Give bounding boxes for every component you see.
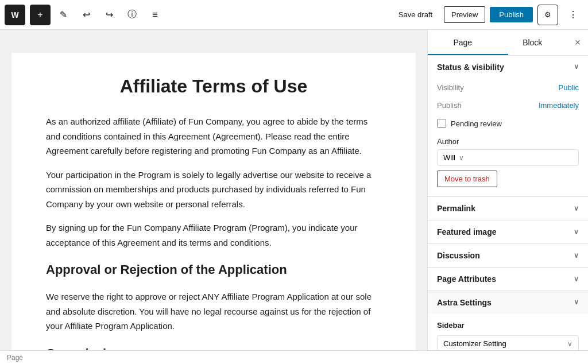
pencil-icon: ✎ xyxy=(60,9,67,20)
author-section: Author Will ∨ xyxy=(437,137,579,166)
section-discussion: Discussion ∨ xyxy=(428,244,588,268)
list-view-icon: ≡ xyxy=(152,10,157,20)
sidebar-select-value: Customizer Setting xyxy=(443,339,506,348)
paragraph-2[interactable]: Your participation in the Program is sol… xyxy=(46,168,381,212)
sidebar-setting-label: Sidebar xyxy=(428,314,588,332)
more-options-button[interactable]: ⋮ xyxy=(563,5,583,25)
paragraph-1[interactable]: As an authorized affiliate (Affiliate) o… xyxy=(46,114,381,158)
tab-page[interactable]: Page xyxy=(428,30,498,55)
undo-icon: ↩ xyxy=(83,9,90,20)
sidebar-select-chevron-icon: ∨ xyxy=(567,340,572,348)
author-chevron-icon: ∨ xyxy=(459,154,464,162)
undo-button[interactable]: ↩ xyxy=(76,5,96,25)
save-draft-button[interactable]: Save draft xyxy=(392,7,439,22)
status-visibility-header[interactable]: Status & visibility ∧ xyxy=(428,56,588,79)
editor-content: Affiliate Terms of Use As an authorized … xyxy=(11,53,416,350)
astra-settings-content: Sidebar Customizer Setting ∨ xyxy=(428,314,588,350)
status-bar-text: Page xyxy=(7,354,23,362)
info-icon: ⓘ xyxy=(127,9,137,21)
visibility-value[interactable]: Public xyxy=(559,83,579,92)
permalink-chevron-icon: ∨ xyxy=(574,204,579,212)
toolbar-left: W + ✎ ↩ ↪ ⓘ ≡ xyxy=(5,5,293,25)
move-to-trash-button[interactable]: Move to trash xyxy=(437,171,497,187)
discussion-chevron-icon: ∨ xyxy=(574,251,579,260)
section-astra-settings: Astra Settings ∧ Sidebar Customizer Sett… xyxy=(428,291,588,350)
more-icon: ⋮ xyxy=(568,9,578,20)
section-permalink: Permalink ∨ xyxy=(428,197,588,220)
sidebar-tabs: Page Block × xyxy=(428,30,588,56)
author-value: Will xyxy=(443,153,455,162)
settings-button[interactable]: ⚙ xyxy=(537,5,558,25)
page-attributes-title: Page Attributes xyxy=(437,274,496,284)
featured-image-title: Featured image xyxy=(437,227,496,237)
main-layout: Affiliate Terms of Use As an authorized … xyxy=(0,30,588,350)
plus-icon: + xyxy=(37,10,42,20)
info-button[interactable]: ⓘ xyxy=(122,5,142,25)
publish-value[interactable]: Immediately xyxy=(539,101,579,110)
sidebar-customizer-select[interactable]: Customizer Setting ∨ xyxy=(437,335,579,350)
add-block-button[interactable]: + xyxy=(30,5,51,25)
page-attributes-chevron-icon: ∨ xyxy=(574,275,579,283)
paragraph-3[interactable]: By signing up for the Fun Company Affili… xyxy=(46,220,381,250)
tab-block[interactable]: Block xyxy=(498,30,568,55)
editor-area[interactable]: Affiliate Terms of Use As an authorized … xyxy=(0,30,427,350)
close-sidebar-button[interactable]: × xyxy=(567,30,588,55)
pending-review-checkbox[interactable] xyxy=(437,119,446,128)
astra-settings-title: Astra Settings xyxy=(437,298,492,307)
status-visibility-content: Visibility Public Publish Immediately Pe… xyxy=(428,79,588,196)
toolbar-right: Save draft Preview Publish ⚙ ⋮ xyxy=(295,5,583,25)
preview-button[interactable]: Preview xyxy=(444,6,485,23)
visibility-row: Visibility Public xyxy=(437,79,579,96)
astra-settings-header[interactable]: Astra Settings ∧ xyxy=(428,291,588,314)
wp-logo-text: W xyxy=(11,10,18,20)
permalink-header[interactable]: Permalink ∨ xyxy=(428,197,588,220)
section-featured-image: Featured image ∨ xyxy=(428,220,588,244)
status-visibility-title: Status & visibility xyxy=(437,63,504,72)
redo-icon: ↪ xyxy=(106,9,113,20)
redo-button[interactable]: ↪ xyxy=(99,5,119,25)
sidebar: Page Block × Status & visibility ∧ Visib… xyxy=(427,30,588,350)
page-attributes-header[interactable]: Page Attributes ∨ xyxy=(428,268,588,291)
permalink-title: Permalink xyxy=(437,204,475,213)
paragraph-4[interactable]: We reserve the right to approve or rejec… xyxy=(46,289,381,334)
author-select[interactable]: Will ∨ xyxy=(437,149,579,166)
publish-row: Publish Immediately xyxy=(437,96,579,114)
gear-icon: ⚙ xyxy=(544,10,551,19)
featured-image-chevron-icon: ∨ xyxy=(574,228,579,236)
section-page-attributes: Page Attributes ∨ xyxy=(428,268,588,291)
publish-button[interactable]: Publish xyxy=(490,7,533,22)
visibility-label: Visibility xyxy=(437,83,464,92)
heading-1[interactable]: Approval or Rejection of the Application xyxy=(46,259,381,280)
publish-label: Publish xyxy=(437,101,462,110)
astra-chevron-icon: ∧ xyxy=(574,299,579,307)
post-title[interactable]: Affiliate Terms of Use xyxy=(46,76,381,97)
edit-button[interactable]: ✎ xyxy=(53,5,74,25)
heading-2[interactable]: Commissions xyxy=(46,343,381,350)
pending-review-row: Pending review xyxy=(437,114,579,133)
status-chevron-icon: ∧ xyxy=(574,63,579,71)
pending-review-label: Pending review xyxy=(451,119,502,128)
author-label: Author xyxy=(437,137,579,146)
section-status-visibility: Status & visibility ∧ Visibility Public … xyxy=(428,56,588,197)
status-bar: Page xyxy=(0,350,588,364)
list-view-button[interactable]: ≡ xyxy=(145,5,165,25)
wp-logo[interactable]: W xyxy=(5,5,25,25)
featured-image-header[interactable]: Featured image ∨ xyxy=(428,220,588,243)
post-body: As an authorized affiliate (Affiliate) o… xyxy=(46,114,381,350)
discussion-title: Discussion xyxy=(437,251,480,260)
toolbar: W + ✎ ↩ ↪ ⓘ ≡ Save draft Preview Publish… xyxy=(0,0,588,30)
discussion-header[interactable]: Discussion ∨ xyxy=(428,244,588,267)
